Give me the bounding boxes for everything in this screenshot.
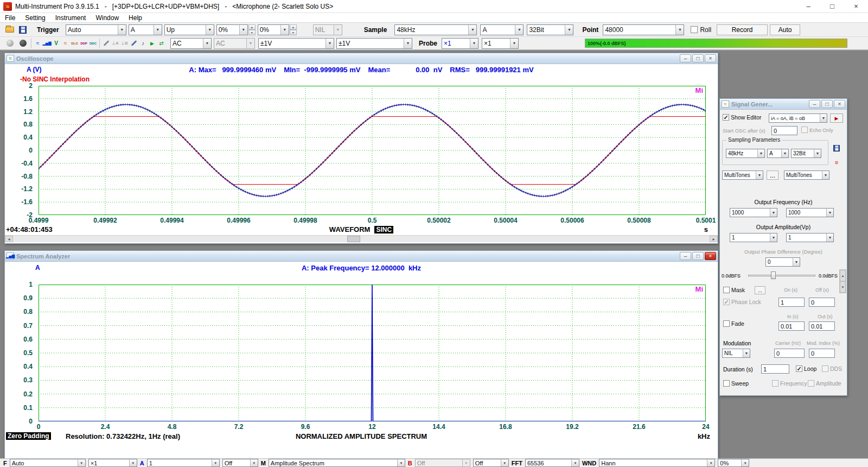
loop-icon[interactable]: ⇄	[157, 39, 166, 48]
output-level-slider[interactable]	[748, 272, 815, 279]
speaker-icon[interactable]: ♪	[138, 39, 148, 48]
oscilloscope-titlebar[interactable]: ≈ Oscilloscope – □ ×	[5, 53, 718, 64]
record-length-combo[interactable]: 48000▼	[603, 24, 684, 35]
auto-scale-button[interactable]: Auto	[770, 24, 800, 35]
trigger-edge-combo[interactable]: Up▼	[164, 24, 214, 35]
sg-sampling-channel-combo[interactable]: A▼	[767, 149, 789, 158]
sampling-bits-combo[interactable]: 32Bit▼	[527, 24, 573, 35]
stop-indicator-icon[interactable]	[16, 37, 29, 49]
phase-difference-combo[interactable]: 0▼	[765, 257, 800, 267]
menu-file[interactable]: File	[0, 14, 20, 22]
scrollbar-thumb[interactable]	[347, 236, 360, 242]
mod-index-input[interactable]: 0	[809, 349, 835, 358]
mask-more-button[interactable]: ...	[755, 286, 765, 294]
mask-checkbox[interactable]: Mask	[723, 287, 745, 293]
data-logger-view-icon[interactable]: DLG	[70, 39, 79, 48]
routing-combo[interactable]: iA = oA, iB = oB▼	[769, 113, 827, 123]
spin-up-icon[interactable]: ▲	[290, 24, 297, 30]
spin-down-icon[interactable]: ▼	[290, 30, 297, 35]
frequency-b-combo[interactable]: 1000▼	[786, 208, 834, 217]
probe-a-combo[interactable]: ×1▼	[442, 38, 478, 49]
signal-generator-titlebar[interactable]: ≈ Signal Gener... – □ ×	[720, 99, 847, 110]
minimize-button[interactable]: –	[680, 252, 691, 260]
run-indicator-icon[interactable]	[3, 37, 16, 49]
panel-vertical-scrollbar[interactable]: ▴ ▾	[839, 269, 846, 293]
amplitude-a-combo[interactable]: 1▼	[730, 233, 777, 242]
sg-sampling-bits-combo[interactable]: 32Bit▼	[791, 149, 821, 158]
spectrum-view-icon[interactable]: ▂▅▇	[42, 39, 52, 48]
trigger-source-combo[interactable]: A▼	[129, 24, 162, 35]
close-button[interactable]: ×	[844, 0, 868, 12]
waveform-b-combo[interactable]: MultiTones▼	[784, 171, 829, 180]
close-button[interactable]: ×	[834, 100, 845, 108]
carrier-input[interactable]: 0	[774, 349, 805, 358]
minimize-button[interactable]: –	[680, 54, 691, 62]
start-osc-input[interactable]: 0	[771, 126, 797, 135]
generator-play-button[interactable]: ▶	[830, 113, 843, 123]
maximize-button[interactable]: □	[692, 252, 704, 260]
maximize-button[interactable]: □	[820, 0, 844, 12]
calibration-a-icon[interactable]: ⊥A	[111, 39, 120, 48]
amplitude-b-combo[interactable]: 1▼	[786, 233, 834, 242]
run-icon[interactable]: ▶	[148, 39, 157, 48]
a-axis-combo[interactable]: 1▼	[147, 459, 220, 467]
calibration-b-icon[interactable]: ⊥B	[120, 39, 129, 48]
close-button[interactable]: ×	[705, 252, 716, 260]
oscilloscope-view-icon[interactable]: ≈	[33, 39, 42, 48]
fade-out-input[interactable]: 0.01	[809, 321, 835, 331]
overlap-combo[interactable]: 0%▼	[718, 459, 749, 467]
sampling-rate-combo[interactable]: 48kHz▼	[394, 24, 477, 35]
fade-in-input[interactable]: 0.01	[778, 321, 805, 331]
sweep-checkbox[interactable]: Sweep	[723, 380, 749, 387]
range-a-combo[interactable]: ±1V▼	[258, 38, 334, 49]
phase-lock-off-input[interactable]: 0	[809, 298, 835, 307]
menu-instrument[interactable]: Instrument	[50, 14, 91, 22]
slider-thumb[interactable]	[771, 272, 776, 279]
scroll-right-icon[interactable]: ▸	[710, 236, 718, 242]
phase-lock-on-input[interactable]: 1	[778, 298, 805, 307]
minimize-button[interactable]: –	[809, 100, 820, 108]
waveform-a-combo[interactable]: MultiTones▼	[722, 171, 763, 180]
spin-up-icon[interactable]: ▲	[248, 24, 256, 30]
save-signal-icon[interactable]	[832, 143, 841, 153]
ddp-viewer-icon[interactable]: DDP	[79, 39, 88, 48]
scrollbar-track[interactable]	[13, 236, 710, 242]
frequency-mult-combo[interactable]: ×1▼	[88, 459, 137, 467]
scroll-down-icon[interactable]: ▾	[840, 281, 846, 293]
spin-down-icon[interactable]: ▼	[248, 30, 256, 35]
duration-input[interactable]: 1	[761, 364, 789, 374]
device-test-plan-icon[interactable]	[101, 39, 111, 48]
show-editor-checkbox[interactable]: ✓ Show Editor	[723, 114, 762, 121]
loop-checkbox[interactable]: ✓ Loop	[796, 365, 816, 372]
probe-b-combo[interactable]: ×1▼	[482, 38, 519, 49]
trigger-delay-combo[interactable]: 0%▼	[258, 24, 289, 35]
sampling-channel-combo[interactable]: A▼	[480, 24, 524, 35]
window-function-combo[interactable]: Hann▼	[599, 459, 715, 467]
a-mode-combo[interactable]: Off▼	[222, 459, 258, 467]
open-file-icon[interactable]	[3, 24, 16, 36]
measurement-mode-combo[interactable]: Amplitude Spectrum▼	[269, 459, 405, 467]
sound-card-setup-icon[interactable]	[129, 39, 138, 48]
minimize-button[interactable]: –	[796, 0, 820, 12]
sinc-badge[interactable]: SINC	[374, 226, 393, 234]
menu-window[interactable]: Window	[91, 14, 124, 22]
trigger-mode-combo[interactable]: Auto▼	[66, 24, 126, 35]
fft-size-combo[interactable]: 65536▼	[525, 459, 579, 467]
coupling-a-combo[interactable]: AC▼	[170, 38, 212, 49]
trigger-level-combo[interactable]: 0%▼	[216, 24, 248, 35]
frequency-a-combo[interactable]: 1000▼	[730, 208, 777, 217]
ddc-viewer-icon[interactable]: DDC	[88, 39, 98, 48]
roll-checkbox[interactable]: Roll	[691, 26, 711, 34]
spectrum-3d-view-icon[interactable]: ≈	[61, 39, 70, 48]
range-b-combo[interactable]: ±1V▼	[336, 38, 412, 49]
close-button[interactable]: ×	[705, 54, 716, 62]
record-button[interactable]: Record	[717, 24, 768, 35]
maximize-button[interactable]: □	[692, 54, 704, 62]
b-mode-combo[interactable]: Off▼	[473, 459, 509, 467]
signal-file-icon[interactable]: ≡	[832, 157, 841, 167]
sg-sampling-rate-combo[interactable]: 48kHz▼	[726, 149, 765, 158]
modulation-type-combo[interactable]: NIL▼	[722, 349, 750, 358]
trigger-delay-spinner[interactable]: ▲▼	[290, 24, 297, 35]
frequency-axis-combo[interactable]: Auto▼	[10, 459, 86, 467]
menu-setting[interactable]: Setting	[20, 14, 50, 22]
